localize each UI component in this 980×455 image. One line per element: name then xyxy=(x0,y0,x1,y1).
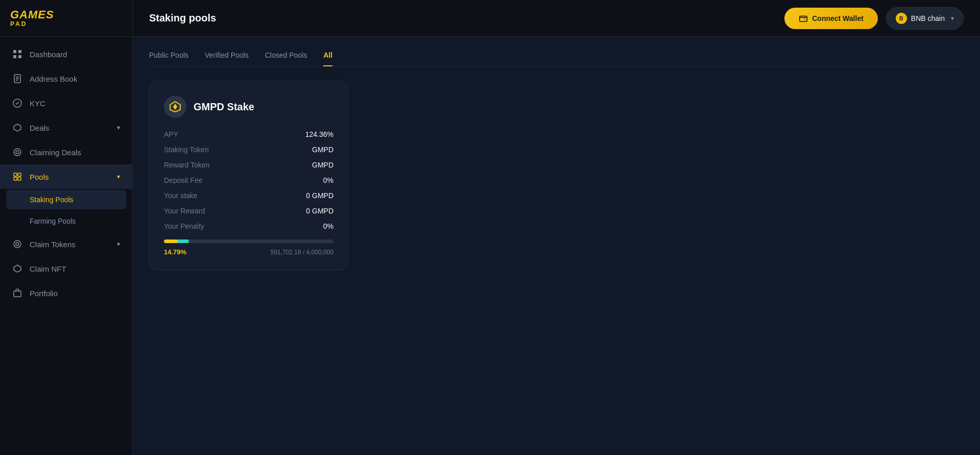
pools-grid: GMPD Stake APY 124.36% Staking Token GMP… xyxy=(149,81,964,271)
svg-marker-18 xyxy=(14,265,21,272)
network-chevron: ▾ xyxy=(951,15,954,22)
svg-rect-0 xyxy=(13,50,16,53)
sidebar-item-label-claiming-deals: Claiming Deals xyxy=(30,148,81,157)
tabs-bar: Public Pools Verified Pools Closed Pools… xyxy=(149,51,964,66)
pool-logo-icon xyxy=(164,95,186,118)
logo: GAMES PAD xyxy=(10,9,54,28)
tab-verified-pools[interactable]: Verified Pools xyxy=(205,51,249,66)
connect-wallet-button[interactable]: Connect Wallet xyxy=(784,8,878,29)
pool-card-gmpd: GMPD Stake APY 124.36% Staking Token GMP… xyxy=(149,81,348,271)
pool-value-your-penalty: 0% xyxy=(323,222,333,230)
svg-rect-20 xyxy=(800,16,807,21)
pool-label-your-reward: Your Reward xyxy=(164,207,205,215)
claim-nft-icon xyxy=(12,264,22,274)
pool-progress-pct: 14.79% xyxy=(164,248,186,256)
pool-progress-amount: 591,702.18 / 4,000,000 xyxy=(271,249,333,256)
sidebar-item-label-portfolio: Portfolio xyxy=(30,289,58,298)
logo-area: GAMES PAD xyxy=(0,0,132,37)
sidebar-item-deals[interactable]: Deals ▾ xyxy=(0,115,132,140)
logo-top: GAMES xyxy=(10,9,54,20)
topbar-right: Connect Wallet B BNB chain ▾ xyxy=(784,7,964,30)
main-content: Staking pools Connect Wallet B BNB chain… xyxy=(133,0,980,455)
sidebar-nav: Dashboard Address Book KYC Deals ▾ xyxy=(0,37,132,455)
deals-chevron: ▾ xyxy=(117,124,120,131)
svg-marker-9 xyxy=(14,124,21,131)
pool-progress-bar xyxy=(164,240,333,243)
claiming-deals-icon xyxy=(12,147,22,157)
svg-point-11 xyxy=(16,151,19,154)
tab-all[interactable]: All xyxy=(323,51,332,66)
pool-row-your-penalty: Your Penalty 0% xyxy=(164,222,333,230)
tab-closed-pools[interactable]: Closed Pools xyxy=(265,51,307,66)
kyc-icon xyxy=(12,98,22,108)
page-content: Public Pools Verified Pools Closed Pools… xyxy=(133,37,980,455)
sidebar-item-label-address-book: Address Book xyxy=(30,75,77,83)
sidebar-item-claiming-deals[interactable]: Claiming Deals xyxy=(0,140,132,164)
pool-value-deposit-fee: 0% xyxy=(323,176,333,184)
pools-sub-nav: Staking Pools Farming Pools xyxy=(0,189,132,232)
claim-tokens-chevron: ▾ xyxy=(117,241,120,248)
pools-chevron: ▾ xyxy=(117,173,120,180)
connect-wallet-label: Connect Wallet xyxy=(812,14,864,22)
pool-label-staking-token: Staking Token xyxy=(164,146,209,154)
logo-bottom: PAD xyxy=(10,20,54,28)
pool-progress-labels: 14.79% 591,702.18 / 4,000,000 xyxy=(164,248,333,256)
pool-name: GMPD Stake xyxy=(194,101,254,113)
svg-point-16 xyxy=(14,241,21,248)
svg-rect-2 xyxy=(13,55,16,58)
pool-row-apy: APY 124.36% xyxy=(164,130,333,138)
pools-icon xyxy=(12,172,22,182)
pool-value-your-reward: 0 GMPD xyxy=(306,207,333,215)
sidebar: GAMES PAD Dashboard Address Book KYC xyxy=(0,0,133,455)
sidebar-item-label-kyc: KYC xyxy=(30,99,45,108)
pool-row-reward-token: Reward Token GMPD xyxy=(164,161,333,169)
tab-public-pools[interactable]: Public Pools xyxy=(149,51,188,66)
sidebar-item-label-claim-nft: Claim NFT xyxy=(30,265,66,273)
pool-card-header: GMPD Stake xyxy=(164,95,333,118)
sidebar-item-label-claim-tokens: Claim Tokens xyxy=(30,240,76,249)
pool-row-your-stake: Your stake 0 GMPD xyxy=(164,191,333,200)
claim-tokens-icon xyxy=(12,239,22,249)
pool-progress-fill-yellow xyxy=(164,240,178,243)
pool-label-your-stake: Your stake xyxy=(164,191,198,200)
page-title: Staking pools xyxy=(149,12,216,24)
svg-rect-12 xyxy=(14,173,17,176)
svg-point-17 xyxy=(16,243,19,246)
topbar: Staking pools Connect Wallet B BNB chain… xyxy=(133,0,980,37)
svg-rect-3 xyxy=(18,55,21,58)
pool-label-reward-token: Reward Token xyxy=(164,161,209,169)
pool-row-staking-token: Staking Token GMPD xyxy=(164,146,333,154)
sidebar-item-staking-pools[interactable]: Staking Pools xyxy=(6,190,126,209)
sidebar-item-address-book[interactable]: Address Book xyxy=(0,66,132,91)
bnb-chain-icon: B xyxy=(896,13,907,24)
sidebar-item-claim-tokens[interactable]: Claim Tokens ▾ xyxy=(0,232,132,256)
wallet-icon xyxy=(799,14,808,23)
svg-rect-19 xyxy=(14,291,21,297)
sidebar-item-farming-pools[interactable]: Farming Pools xyxy=(0,210,132,232)
address-book-icon xyxy=(12,74,22,84)
portfolio-icon xyxy=(12,288,22,298)
deals-icon xyxy=(12,123,22,133)
sidebar-item-portfolio[interactable]: Portfolio xyxy=(0,281,132,305)
pool-value-apy: 124.36% xyxy=(305,130,333,138)
svg-point-10 xyxy=(14,149,21,156)
sidebar-item-pools[interactable]: Pools ▾ xyxy=(0,164,132,189)
svg-rect-13 xyxy=(18,173,21,176)
svg-rect-1 xyxy=(18,50,21,53)
sidebar-item-dashboard[interactable]: Dashboard xyxy=(0,42,132,66)
sidebar-item-kyc[interactable]: KYC xyxy=(0,91,132,115)
pool-value-your-stake: 0 GMPD xyxy=(306,191,333,200)
staking-pools-label: Staking Pools xyxy=(30,196,74,204)
pool-progress-section: 14.79% 591,702.18 / 4,000,000 xyxy=(164,240,333,256)
pool-label-your-penalty: Your Penalty xyxy=(164,222,204,230)
pool-value-reward-token: GMPD xyxy=(312,161,333,169)
sidebar-item-claim-nft[interactable]: Claim NFT xyxy=(0,256,132,281)
network-selector-button[interactable]: B BNB chain ▾ xyxy=(886,7,964,30)
dashboard-icon xyxy=(12,49,22,59)
svg-rect-14 xyxy=(14,177,17,180)
pool-row-deposit-fee: Deposit Fee 0% xyxy=(164,176,333,184)
network-label: BNB chain xyxy=(911,14,945,22)
svg-rect-15 xyxy=(18,177,21,180)
sidebar-item-label-dashboard: Dashboard xyxy=(30,50,67,59)
farming-pools-label: Farming Pools xyxy=(30,217,76,225)
